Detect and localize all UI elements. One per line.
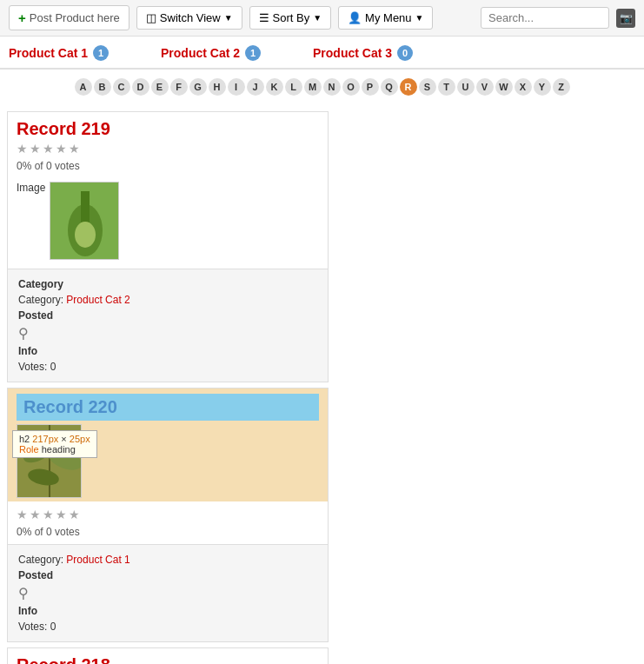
tooltip-role: Role heading — [19, 444, 90, 455]
product-card-218: Record 218 ★ ★ ★ ★ ★ 0% of 0 votes Image — [7, 647, 329, 664]
product-220-stars: ★ ★ ★ ★ ★ — [8, 505, 328, 524]
alpha-letter-L[interactable]: L — [285, 78, 302, 96]
alpha-letter-Z[interactable]: Z — [553, 78, 570, 96]
star-4: ★ — [56, 142, 67, 156]
cat-tab-1-label: Product Cat 1 — [9, 46, 88, 60]
product-220-info-row: Info — [18, 603, 317, 619]
product-219-image-label: Image — [17, 182, 45, 194]
product-220-votes: 0% of 0 votes — [8, 524, 328, 540]
alpha-letter-A[interactable]: A — [75, 78, 92, 96]
search-box — [481, 7, 609, 29]
toolbar: + Post Product here ◫ Switch View ▼ ☰ So… — [0, 0, 644, 37]
product-219-votes-detail: Votes: 0 — [18, 359, 317, 375]
alpha-letter-Y[interactable]: Y — [534, 78, 551, 96]
alphabet-bar: ABCDEFGHIJKLMNOPQRSTUVWXYZ — [0, 70, 644, 104]
switch-view-label: Switch View — [160, 11, 221, 24]
product-219-image — [50, 182, 119, 260]
alpha-letter-K[interactable]: K — [266, 78, 283, 96]
product-219-info-label: Info — [18, 345, 37, 357]
cat-tab-1-badge: 1 — [93, 45, 109, 61]
alpha-letter-U[interactable]: U — [457, 78, 475, 96]
alpha-letter-T[interactable]: T — [438, 78, 455, 96]
alpha-letter-G[interactable]: G — [189, 78, 207, 96]
product-220-posted-icon: ⚲ — [18, 586, 29, 601]
product-219-category-label: Category — [18, 278, 63, 290]
category-tab-3[interactable]: Product Cat 3 0 — [313, 45, 413, 68]
product-219-stars: ★ ★ ★ ★ ★ — [17, 139, 319, 158]
user-icon: 👤 — [348, 11, 362, 24]
product-220-category-link[interactable]: Product Cat 1 — [66, 554, 129, 566]
category-tab-2[interactable]: Product Cat 2 1 — [161, 45, 261, 68]
product-card-219: Record 219 ★ ★ ★ ★ ★ 0% of 0 votes Image — [7, 111, 329, 382]
category-tab-1[interactable]: Product Cat 1 1 — [9, 45, 109, 68]
alpha-letter-P[interactable]: P — [362, 78, 379, 96]
alpha-letter-S[interactable]: S — [419, 78, 436, 96]
product-220-posted-icon-row: ⚲ — [18, 583, 317, 603]
camera-icon[interactable]: 📷 — [616, 9, 635, 28]
product-220-title: Record 220 — [23, 397, 312, 417]
product-220-info-label: Info — [18, 605, 37, 617]
product-219-info-row: Info — [18, 343, 317, 359]
plus-icon: + — [18, 10, 26, 25]
alpha-letter-W[interactable]: W — [495, 78, 513, 96]
cat-tab-2-label: Product Cat 2 — [161, 46, 240, 60]
product-220-category-value-row: Category: Product Cat 1 — [18, 552, 317, 568]
star-5: ★ — [69, 142, 80, 156]
product-219-category-link[interactable]: Product Cat 2 — [66, 294, 129, 306]
product-219-title: Record 219 — [17, 119, 319, 139]
post-product-label: Post Product here — [30, 11, 120, 24]
alpha-letter-D[interactable]: D — [132, 78, 149, 96]
search-input[interactable] — [488, 11, 601, 24]
alpha-letter-E[interactable]: E — [151, 78, 169, 96]
star-3: ★ — [43, 142, 54, 156]
alpha-letter-N[interactable]: N — [323, 78, 341, 96]
alpha-letter-B[interactable]: B — [94, 78, 111, 96]
product-220-votes-detail: Votes: 0 — [18, 619, 317, 634]
product-219-posted-row: Posted — [18, 308, 317, 323]
switch-view-button[interactable]: ◫ Switch View ▼ — [136, 6, 242, 30]
product-219-category-value-row: Category: Product Cat 2 — [18, 292, 317, 308]
tooltip-size: h2 217px × 25px — [19, 434, 90, 444]
product-219-category-row: Category — [18, 276, 317, 292]
alpha-letter-I[interactable]: I — [228, 78, 245, 96]
product-220-posted-row: Posted — [18, 568, 317, 583]
alpha-letter-X[interactable]: X — [515, 78, 532, 96]
product-219-posted-label: Posted — [18, 309, 53, 322]
switch-view-caret: ▼ — [224, 13, 233, 23]
alpha-letter-H[interactable]: H — [209, 78, 226, 96]
product-218-header: Record 218 ★ ★ ★ ★ ★ 0% of 0 votes — [8, 648, 328, 664]
product-card-220: Record 220 h2 217px × 25px Role heading — [7, 388, 329, 642]
menu-caret: ▼ — [415, 13, 424, 23]
star-2: ★ — [30, 142, 41, 156]
category-tabs: Product Cat 1 1 Product Cat 2 1 Product … — [0, 37, 644, 70]
my-menu-label: My Menu — [365, 11, 411, 24]
product-220-details: Category: Product Cat 1 Posted ⚲ Info Vo… — [8, 544, 328, 641]
sort-by-label: Sort By — [273, 11, 310, 24]
product-219-posted-icon-row: ⚲ — [18, 323, 317, 343]
switch-view-icon: ◫ — [146, 11, 156, 24]
cat-tab-3-label: Product Cat 3 — [313, 46, 392, 60]
product-219-details: Category Category: Product Cat 2 Posted … — [8, 269, 328, 382]
tooltip: h2 217px × 25px Role heading — [12, 430, 97, 458]
product-219-posted-icon: ⚲ — [18, 326, 29, 341]
alpha-letter-R[interactable]: R — [400, 78, 417, 96]
post-product-button[interactable]: + Post Product here — [9, 5, 129, 30]
product-220-posted-label: Posted — [18, 569, 53, 581]
alpha-letter-J[interactable]: J — [247, 78, 264, 96]
cat-tab-3-badge: 0 — [397, 45, 413, 61]
star-2: ★ — [30, 508, 41, 521]
products-grid: Record 219 ★ ★ ★ ★ ★ 0% of 0 votes Image — [0, 104, 644, 664]
alpha-letter-F[interactable]: F — [170, 78, 188, 96]
product-220-title-bar: Record 220 — [17, 394, 319, 421]
alpha-letter-M[interactable]: M — [304, 78, 322, 96]
sort-by-button[interactable]: ☰ Sort By ▼ — [249, 6, 332, 30]
my-menu-button[interactable]: 👤 My Menu ▼ — [338, 6, 433, 30]
product-219-votes: 0% of 0 votes — [17, 158, 319, 174]
alpha-letter-C[interactable]: C — [113, 78, 130, 96]
svg-point-3 — [75, 222, 96, 248]
alpha-letter-Q[interactable]: Q — [381, 78, 398, 96]
alpha-letter-V[interactable]: V — [476, 78, 494, 96]
product-218-title: Record 218 — [17, 655, 319, 664]
star-5: ★ — [69, 508, 80, 521]
alpha-letter-O[interactable]: O — [342, 78, 360, 96]
